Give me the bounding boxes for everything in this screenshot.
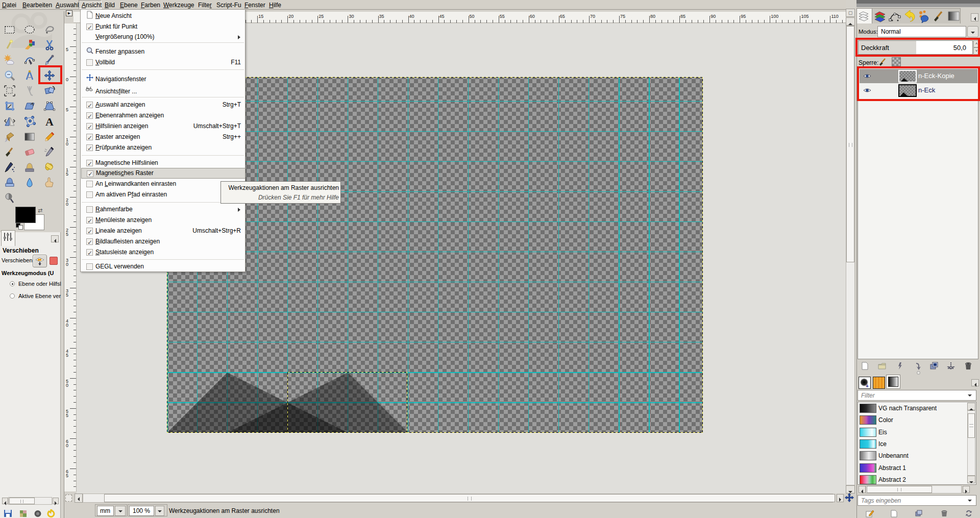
svg-text:A: A <box>45 115 54 128</box>
svg-text:+: + <box>866 383 869 388</box>
